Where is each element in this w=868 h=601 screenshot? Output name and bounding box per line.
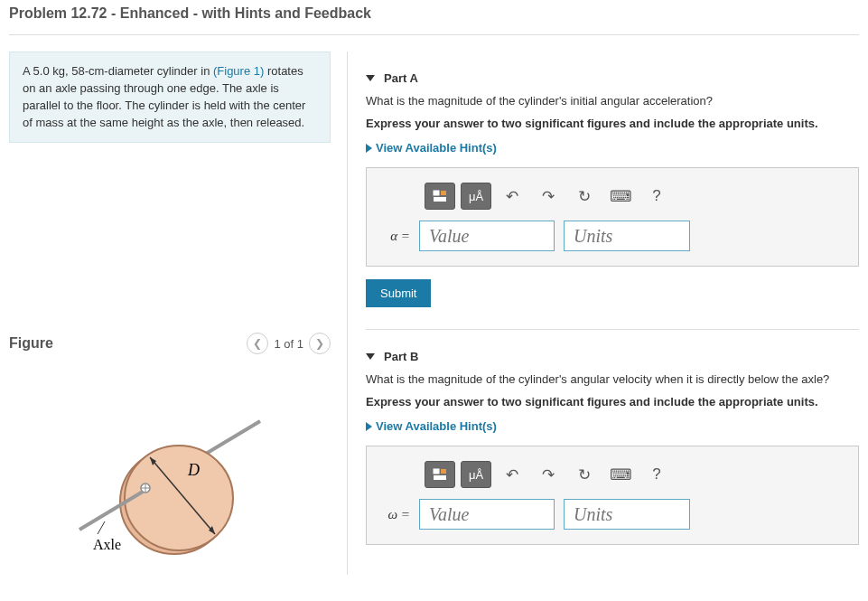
figure-next-button[interactable]: ❯ — [309, 333, 331, 354]
template-icon[interactable] — [425, 461, 455, 488]
part-b-answer-box: μÅ ↶ ↷ ↻ ⌨ ? ω = — [366, 446, 859, 545]
part-b-variable: ω = — [381, 507, 410, 522]
svg-rect-13 — [434, 197, 446, 202]
collapse-icon — [366, 75, 375, 81]
expand-icon — [366, 422, 372, 431]
figure-title: Figure — [9, 335, 53, 352]
label-axle: Axle — [93, 537, 121, 552]
svg-rect-16 — [434, 475, 446, 480]
hints-label: View Available Hint(s) — [376, 141, 497, 155]
part-a-hints-link[interactable]: View Available Hint(s) — [366, 141, 497, 155]
keyboard-icon[interactable]: ⌨ — [605, 183, 636, 210]
part-b-instruction: Express your answer to two significant f… — [366, 395, 859, 408]
svg-rect-11 — [434, 191, 439, 195]
special-char-button[interactable]: μÅ — [461, 183, 491, 210]
part-a-title: Part A — [384, 71, 418, 85]
undo-button[interactable]: ↶ — [497, 183, 527, 210]
help-button[interactable]: ? — [641, 183, 672, 210]
help-button[interactable]: ? — [641, 461, 672, 488]
figure-link[interactable]: (Figure 1) — [213, 64, 264, 78]
svg-line-10 — [98, 521, 105, 534]
part-a-variable: α = — [381, 229, 410, 244]
reset-button[interactable]: ↻ — [569, 183, 600, 210]
svg-rect-12 — [441, 191, 446, 195]
figure-prev-button[interactable]: ❮ — [247, 333, 268, 354]
undo-button[interactable]: ↶ — [497, 461, 527, 488]
part-b-hints-link[interactable]: View Available Hint(s) — [366, 419, 497, 433]
part-a-units-input[interactable] — [564, 221, 690, 251]
figure-diagram: D Axle — [9, 394, 331, 575]
svg-rect-14 — [434, 469, 439, 474]
part-a-value-input[interactable] — [419, 221, 555, 251]
part-a-submit-button[interactable]: Submit — [366, 279, 431, 307]
page-title: Problem 12.72 - Enhanced - with Hints an… — [9, 0, 859, 34]
svg-point-2 — [125, 446, 233, 550]
collapse-icon — [366, 353, 375, 360]
redo-button[interactable]: ↷ — [533, 461, 564, 488]
part-b-question: What is the magnitude of the cylinder's … — [366, 372, 859, 386]
special-char-button[interactable]: μÅ — [461, 461, 491, 488]
figure-pager: 1 of 1 — [274, 337, 303, 351]
problem-statement: A 5.0 kg, 58-cm-diameter cylinder in (Fi… — [9, 52, 331, 143]
problem-text-pre: A 5.0 kg, 58-cm-diameter cylinder in — [23, 64, 213, 78]
part-b-header[interactable]: Part B — [366, 330, 859, 372]
reset-button[interactable]: ↻ — [569, 461, 600, 488]
part-a-header[interactable]: Part A — [366, 52, 859, 94]
part-b-title: Part B — [384, 350, 418, 363]
part-a-question: What is the magnitude of the cylinder's … — [366, 94, 859, 108]
keyboard-icon[interactable]: ⌨ — [605, 461, 636, 488]
divider — [9, 34, 859, 35]
template-icon[interactable] — [425, 183, 455, 210]
label-d: D — [187, 461, 200, 479]
part-b-units-input[interactable] — [564, 499, 690, 530]
hints-label: View Available Hint(s) — [376, 419, 497, 433]
part-a-answer-box: μÅ ↶ ↷ ↻ ⌨ ? α = — [366, 167, 859, 267]
redo-button[interactable]: ↷ — [533, 183, 564, 210]
part-a-instruction: Express your answer to two significant f… — [366, 117, 859, 130]
svg-rect-15 — [441, 469, 446, 474]
part-b-value-input[interactable] — [419, 499, 555, 530]
expand-icon — [366, 144, 372, 153]
